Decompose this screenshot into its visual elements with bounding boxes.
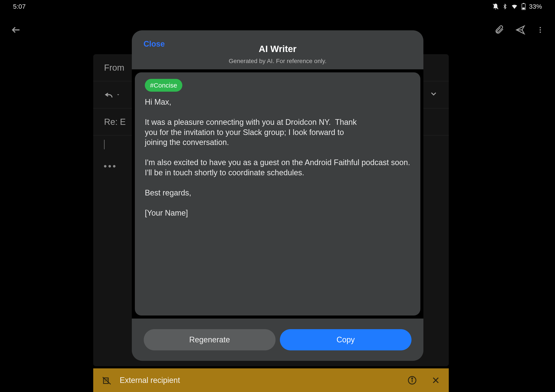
- wifi-icon: [511, 3, 518, 10]
- regenerate-button[interactable]: Regenerate: [144, 329, 276, 350]
- dropdown-caret-icon[interactable]: [116, 92, 121, 97]
- ai-writer-modal: Close AI Writer Generated by AI. For ref…: [132, 30, 424, 361]
- modal-header: Close AI Writer Generated by AI. For ref…: [132, 30, 424, 69]
- ai-paragraph: It was a pleasure connecting with you at…: [145, 117, 368, 148]
- ai-paragraph: [Your Name]: [145, 208, 410, 218]
- modal-footer: Regenerate Copy: [132, 319, 424, 361]
- status-bar: 5:07 33%: [0, 0, 555, 13]
- ai-paragraph: Hi Max,: [145, 97, 410, 107]
- svg-point-4: [540, 27, 541, 28]
- battery-icon: [521, 3, 526, 10]
- reply-icon: [104, 90, 114, 100]
- modal-title: AI Writer: [132, 44, 424, 54]
- info-icon[interactable]: [408, 376, 417, 385]
- modal-body: #Concise Hi Max, It was a pleasure conne…: [135, 72, 420, 315]
- svg-point-5: [540, 29, 541, 30]
- close-button[interactable]: Close: [144, 39, 165, 49]
- concise-tag: #Concise: [145, 79, 182, 92]
- svg-point-11: [412, 378, 413, 379]
- svg-rect-3: [522, 7, 525, 9]
- status-time: 5:07: [13, 3, 26, 10]
- back-icon[interactable]: [11, 25, 21, 36]
- ai-paragraph: Best regards,: [145, 188, 410, 198]
- attach-icon[interactable]: [494, 25, 504, 36]
- banner-text: External recipient: [120, 376, 180, 385]
- mute-icon: [492, 3, 499, 10]
- from-label: From: [104, 63, 124, 73]
- subject-text: Re: E: [104, 117, 126, 127]
- status-right: 33%: [492, 3, 542, 10]
- more-icon[interactable]: [536, 25, 544, 36]
- modal-body-wrap: #Concise Hi Max, It was a pleasure conne…: [132, 69, 424, 319]
- ai-paragraph: I'm also excited to have you as a guest …: [145, 158, 410, 178]
- copy-button[interactable]: Copy: [280, 329, 412, 350]
- external-recipient-banner: External recipient: [93, 368, 449, 392]
- text-cursor: [104, 140, 104, 149]
- close-icon[interactable]: [431, 376, 440, 385]
- modal-subtitle: Generated by AI. For reference only.: [132, 58, 424, 65]
- ai-generated-text: Hi Max, It was a pleasure connecting wit…: [145, 97, 410, 218]
- building-off-icon: [102, 376, 111, 385]
- bluetooth-icon: [502, 3, 508, 10]
- send-icon[interactable]: [515, 25, 526, 36]
- chevron-down-icon[interactable]: [429, 89, 438, 100]
- svg-point-6: [540, 32, 541, 33]
- battery-percent: 33%: [529, 3, 542, 10]
